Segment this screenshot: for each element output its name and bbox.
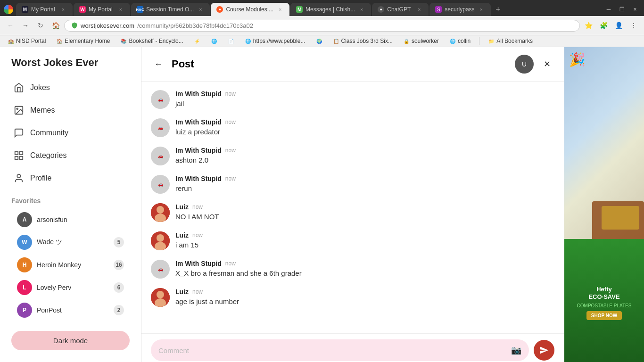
bookmark-star-button[interactable]: ⭐ — [582, 19, 595, 32]
tab-close[interactable]: × — [358, 6, 365, 13]
address-bar[interactable]: worstjokesever.com /community/p/662bb3de… — [64, 20, 580, 32]
sidebar-item-memes[interactable]: Memes — [6, 99, 135, 122]
tab-close[interactable]: × — [276, 6, 284, 13]
tab-myportal-w[interactable]: W My Portal × — [74, 3, 130, 16]
extensions-button[interactable]: 🧩 — [597, 19, 610, 32]
bookmark-favicon: 🏠 — [56, 38, 63, 44]
tab-favicon: HAC — [137, 6, 143, 13]
tab-close[interactable]: × — [478, 6, 485, 13]
tab-session[interactable]: HAC Session Timed O... × — [131, 3, 210, 16]
comment-avatar[interactable] — [151, 203, 170, 222]
profile-button[interactable]: 👤 — [612, 19, 625, 32]
fav-avatar: H — [17, 257, 32, 272]
minimize-button[interactable]: ─ — [603, 4, 614, 15]
comment-body: Im With Stupid now rerun — [175, 175, 554, 194]
bookmark-classjobs[interactable]: 📋 Class Jobs 3rd Six... — [329, 37, 396, 45]
bookmark-soulworker[interactable]: 🔒 soulworker — [399, 37, 443, 45]
bookmark-elementary-home[interactable]: 🏠 Elementary Home — [52, 37, 114, 45]
comment-input-wrapper[interactable]: Comment 📷 — [151, 339, 529, 361]
reload-button[interactable]: ↻ — [34, 19, 47, 32]
home-button[interactable]: 🏠 — [49, 19, 62, 32]
sidebar-item-categories[interactable]: Categories — [6, 144, 135, 167]
comment-body: Luiz now i am 15 — [175, 231, 554, 250]
bookmark-all[interactable]: 📁 All Bookmarks — [484, 37, 537, 45]
back-arrow-button[interactable]: ← — [151, 57, 166, 72]
bookmark-nisd-portal[interactable]: 🏫 NISD Portal — [4, 37, 50, 45]
comment-avatar[interactable]: 🚗 — [151, 118, 170, 137]
ad-cta[interactable]: SHOP NOW — [586, 311, 622, 320]
tab-title: My Portal — [31, 6, 57, 13]
comment-avatar[interactable]: 🚗 — [151, 260, 170, 279]
comment-avatar[interactable]: 🚗 — [151, 90, 170, 109]
comment-text: i am 15 — [175, 240, 554, 250]
bookmark-icon3[interactable]: 📄 — [224, 37, 238, 45]
favorite-lovely-perv[interactable]: L Lovely Perv 6 — [11, 276, 130, 299]
comment-avatar[interactable] — [151, 231, 170, 250]
favorite-wade[interactable]: W Wade ツ 5 — [11, 231, 130, 254]
comment-text: X_X bro a fresman and she a 6th grader — [175, 268, 554, 278]
tab-securly[interactable]: S securlypass × — [429, 3, 490, 16]
sidebar-item-community[interactable]: Community — [6, 122, 135, 144]
bookmark-label: soulworker — [412, 38, 439, 44]
sidebar-item-label: Community — [30, 129, 68, 137]
sidebar-item-profile[interactable]: Profile — [6, 167, 135, 189]
sidebar-title: Worst Jokes Ever — [0, 47, 141, 76]
comment-meta: Luiz now — [175, 288, 554, 296]
comment-avatar[interactable]: 🚗 — [151, 147, 170, 165]
post-close-button[interactable]: ✕ — [539, 57, 554, 72]
comment-author: Luiz — [175, 231, 189, 239]
comment-author: Luiz — [175, 288, 189, 296]
bookmark-icon2[interactable]: 🌐 — [207, 37, 221, 45]
restore-button[interactable]: ❐ — [617, 4, 627, 15]
comment-avatar[interactable] — [151, 288, 170, 307]
new-tab-button[interactable]: + — [492, 3, 505, 16]
fav-avatar: A — [17, 212, 32, 227]
bookmark-favicon: 🌐 — [245, 38, 251, 44]
address-domain: worstjokesever.com — [81, 22, 134, 29]
browser-chrome: M My Portal × W My Portal × HAC Session … — [0, 0, 644, 47]
tab-close[interactable]: × — [197, 6, 204, 13]
close-window-button[interactable]: × — [630, 4, 640, 15]
comment-text: NO I AM NOT — [175, 212, 554, 222]
sidebar-item-jokes[interactable]: Jokes — [6, 76, 135, 99]
tab-messages[interactable]: M Messages | Chish... × — [290, 3, 371, 16]
svg-point-14 — [157, 291, 164, 298]
tab-myportal-m[interactable]: M My Portal × — [16, 3, 73, 16]
tab-title: ChatGPT — [387, 6, 413, 13]
comment-meta: Luiz now — [175, 231, 554, 239]
bookmark-pebble[interactable]: 🌐 https://www.pebble... — [241, 37, 309, 45]
nav-actions: ⭐ 🧩 👤 ⋮ — [582, 19, 640, 32]
bookmark-bookshelf[interactable]: 📚 Bookshelf - Encyclo... — [116, 37, 187, 45]
favorite-heroin-monkey[interactable]: H Heroin Monkey 16 — [11, 254, 130, 276]
ad-image-bottom: HeftyECO·SAVE COMPOSTABLE PLATES SHOP NO… — [564, 239, 644, 362]
post-user-avatar[interactable]: U — [515, 55, 534, 74]
tab-course-active[interactable]: ● Course Modules:... × — [211, 3, 289, 16]
sidebar-item-label: Profile — [30, 174, 51, 182]
tab-close[interactable]: × — [59, 6, 67, 13]
home-icon — [13, 82, 25, 93]
back-button[interactable]: ← — [4, 19, 17, 32]
forward-button[interactable]: → — [19, 19, 32, 32]
comment-text: rerun — [175, 183, 554, 193]
bookmark-collin[interactable]: 🌐 collin — [446, 37, 474, 45]
luiz-avatar-svg — [151, 288, 170, 307]
svg-point-1 — [17, 108, 18, 109]
favorite-ponpost[interactable]: P PonPost 2 — [11, 299, 130, 321]
bookmark-label: NISD Portal — [16, 38, 46, 44]
comment-body: Luiz now NO I AM NOT — [175, 203, 554, 222]
send-button[interactable] — [534, 340, 554, 361]
image-icon — [13, 105, 25, 116]
bookmark-icon1[interactable]: ⚡ — [190, 37, 204, 45]
browser-icon — [4, 5, 13, 14]
dark-mode-button[interactable]: Dark mode — [11, 331, 130, 350]
tab-close[interactable]: × — [415, 6, 423, 13]
tab-favicon: M — [22, 6, 28, 13]
tab-close[interactable]: × — [117, 6, 124, 13]
camera-icon[interactable]: 📷 — [511, 345, 521, 355]
bookmark-icon4[interactable]: 🌍 — [312, 37, 326, 45]
tab-chatgpt[interactable]: ● ChatGPT × — [372, 3, 429, 16]
tab-title: Session Timed O... — [146, 6, 194, 13]
menu-button[interactable]: ⋮ — [627, 19, 640, 32]
comment-avatar[interactable]: 🚗 — [151, 175, 170, 194]
favorite-arsonisfun[interactable]: A arsonisfun — [11, 208, 130, 231]
